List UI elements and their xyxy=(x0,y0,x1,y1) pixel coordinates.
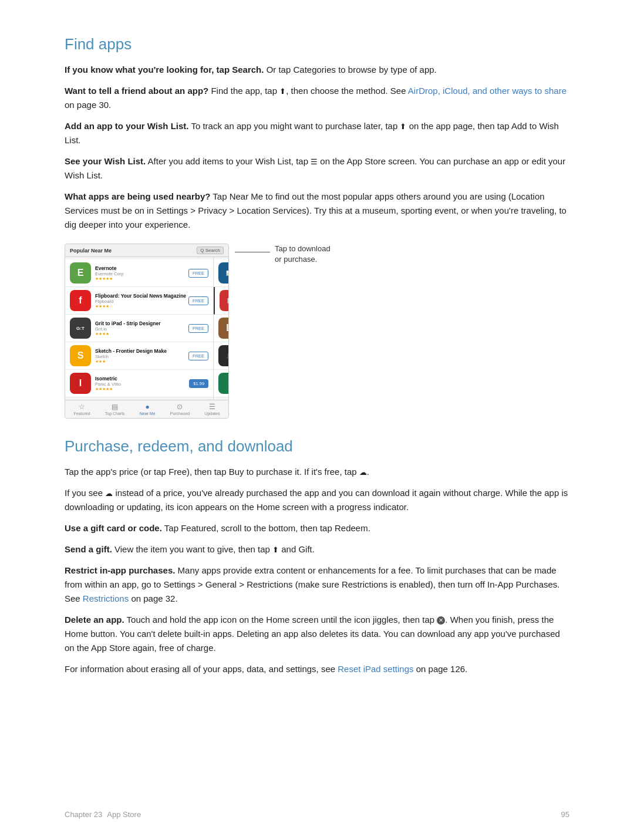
screen-header: Popular Near Me Q Search xyxy=(65,244,228,257)
table-row: S Sketch - Frontier Design Make Sketch ★… xyxy=(65,342,213,370)
purchase-para-2-text: If you see ☁ instead of a price, you've … xyxy=(65,488,568,512)
tab-top-charts-label: Top Charts xyxy=(105,411,125,416)
app-icon-ghosttouch: 🎵 xyxy=(218,345,229,366)
purchase-para-3: Use a gift card or code. Tap Featured, s… xyxy=(65,521,569,535)
list-icon: ☰ xyxy=(311,156,318,168)
app-info-grit: Grit to iPad - Strip Designer Grit.io ★★… xyxy=(95,321,186,336)
find-para-2-bold: Want to tell a friend about an app? xyxy=(65,86,208,96)
purchase-para-3-rest: Tap Featured, scroll to the bottom, then… xyxy=(164,523,370,533)
table-row: 🎵 Cook - The World's Best Reels Trust Ar… xyxy=(214,370,229,397)
footer-app-store: App Store xyxy=(107,810,141,819)
find-para-1-rest: Or tap Categories to browse by type of a… xyxy=(267,65,437,75)
find-para-2-rest3: on page 30. xyxy=(65,100,111,110)
app-price-grit[interactable]: FREE xyxy=(188,324,208,333)
reset-ipad-link[interactable]: Reset iPad settings xyxy=(338,664,413,674)
purchase-para-4: Send a gift. View the item you want to g… xyxy=(65,542,569,556)
icloud-icon: ☁ xyxy=(359,467,367,479)
purchase-para-6: Delete an app. Touch and hold the app ic… xyxy=(65,613,569,655)
find-para-4: See your Wish List. After you add items … xyxy=(65,154,569,183)
app-name-sketch: Sketch - Frontier Design Make xyxy=(95,348,186,354)
share-icon-3: ⬆ xyxy=(272,544,279,556)
purchase-para-3-bold: Use a gift card or code. xyxy=(65,523,162,533)
share-icon: ⬆ xyxy=(279,86,286,98)
screen-content: E Evernote Evernote Corp ★★★★★ FREE f xyxy=(65,257,228,400)
find-para-5-bold: What apps are being used nearby? xyxy=(65,191,210,201)
tab-updates-label: Updates xyxy=(204,411,220,416)
table-row: 📊 Personal Capital Money Personal Capita… xyxy=(214,259,229,287)
tab-featured[interactable]: ☆ Featured xyxy=(74,403,90,416)
app-info-flipboard: Flipboard: Your Social News Magazine Fli… xyxy=(95,293,186,309)
find-apps-body: If you know what you're looking for, tap… xyxy=(65,63,569,419)
ipad-screen: Popular Near Me Q Search E Evernote Ever… xyxy=(65,244,229,419)
app-maker-isometric: Panic & Vlitio xyxy=(95,382,187,387)
tab-near-me[interactable]: ● Near Me xyxy=(140,403,156,416)
app-price-sketch[interactable]: FREE xyxy=(188,352,208,360)
table-row: L Letterpress – Word Game Atebits ★★★★☆ … xyxy=(214,315,229,342)
purchase-para-4-rest: View the item you want to give, then tap… xyxy=(114,544,315,554)
purchased-icon: ⊙ xyxy=(177,403,183,411)
footer-chapter: Chapter 23 xyxy=(65,810,102,819)
app-icon-status: 📊 xyxy=(220,290,229,311)
screen-header-title: Popular Near Me xyxy=(70,248,112,254)
callout-container: Tap to downloador purchase. xyxy=(235,244,331,265)
tab-purchased[interactable]: ⊙ Purchased xyxy=(170,403,190,416)
app-maker-evernote: Evernote Corp xyxy=(95,271,186,276)
app-price-evernote[interactable]: FREE xyxy=(188,269,208,278)
find-para-3-bold: Add an app to your Wish List. xyxy=(65,121,189,131)
purchase-para-6-rest: Touch and hold the app icon on the Home … xyxy=(65,615,560,653)
purchase-para-1-text: Tap the app's price (or tap Free), then … xyxy=(65,467,369,477)
find-para-1-bold: If you know what you're looking for, tap… xyxy=(65,65,264,75)
app-maker-sketch: Sketch xyxy=(95,354,186,359)
screen-search-btn[interactable]: Q Search xyxy=(197,247,224,254)
app-name-evernote: Evernote xyxy=(95,265,186,271)
restrictions-link[interactable]: Restrictions xyxy=(83,593,129,603)
app-price-isometric[interactable]: $1.99 xyxy=(189,379,208,388)
section-find-apps: Find apps If you know what you're lookin… xyxy=(65,35,569,419)
footer-page-number: 95 xyxy=(561,810,569,819)
app-icon-evernote: E xyxy=(70,262,91,284)
purchase-para-7-text: For information about erasing all of you… xyxy=(65,664,338,674)
app-name-isometric: Isometric xyxy=(95,376,187,382)
tab-purchased-label: Purchased xyxy=(170,411,190,416)
app-stars-flipboard: ★★★★☆ xyxy=(95,304,186,309)
delete-icon: ✕ xyxy=(437,616,445,625)
left-app-list: E Evernote Evernote Corp ★★★★★ FREE f xyxy=(65,257,214,400)
purchase-para-6-bold: Delete an app. xyxy=(65,615,124,625)
app-info-isometric: Isometric Panic & Vlitio ★★★★★ xyxy=(95,376,187,392)
tab-near-me-label: Near Me xyxy=(140,411,156,416)
app-price-flipboard[interactable]: FREE xyxy=(188,296,208,305)
tab-top-charts[interactable]: ▤ Top Charts xyxy=(105,403,125,416)
app-screen-container: Popular Near Me Q Search E Evernote Ever… xyxy=(65,244,569,419)
table-row: G:T Grit to iPad - Strip Designer Grit.i… xyxy=(65,315,213,342)
icloud-icon-2: ☁ xyxy=(105,488,113,500)
share-icon-2: ⬆ xyxy=(400,121,406,133)
app-icon-sketch: S xyxy=(70,345,91,366)
find-para-3: Add an app to your Wish List. To track a… xyxy=(65,119,569,147)
footer-left: Chapter 23 App Store xyxy=(65,810,141,819)
purchase-para-5-rest2: on page 32. xyxy=(131,593,177,603)
featured-icon: ☆ xyxy=(79,403,85,411)
near-me-icon: ● xyxy=(146,403,150,411)
table-row: E Evernote Evernote Corp ★★★★★ FREE xyxy=(65,259,213,287)
right-app-list: 📊 Personal Capital Money Personal Capita… xyxy=(214,257,229,400)
purchase-para-4-bold: Send a gift. xyxy=(65,544,112,554)
app-info-evernote: Evernote Evernote Corp ★★★★★ xyxy=(95,265,186,281)
purchase-para-7: For information about erasing all of you… xyxy=(65,662,569,676)
app-icon-grit: G:T xyxy=(70,318,91,339)
tab-updates[interactable]: ☰ Updates xyxy=(204,403,220,416)
purchase-para-5-bold: Restrict in-app purchases. xyxy=(65,565,175,575)
purchase-para-5: Restrict in-app purchases. Many apps pro… xyxy=(65,564,569,606)
app-name-grit: Grit to iPad - Strip Designer xyxy=(95,321,186,326)
find-para-1: If you know what you're looking for, tap… xyxy=(65,63,569,77)
app-maker-flipboard: Flipboard xyxy=(95,299,186,304)
app-stars-evernote: ★★★★★ xyxy=(95,276,186,281)
table-row: I Isometric Panic & Vlitio ★★★★★ $1.99 xyxy=(65,370,213,397)
purchase-title: Purchase, redeem, and download xyxy=(65,437,569,456)
table-row: 🎵 GhostTouch Fireworks ★★★★ ⊙ xyxy=(214,342,229,370)
airdrop-link[interactable]: AirDrop, iCloud, and other ways to share xyxy=(408,86,566,96)
page-content: Find apps If you know what you're lookin… xyxy=(0,0,634,742)
app-icon-flipboard: f xyxy=(70,290,91,311)
purchase-para-2: If you see ☁ instead of a price, you've … xyxy=(65,486,569,514)
app-stars-grit: ★★★★ xyxy=(95,332,186,336)
purchase-para-7-text2: on page 126. xyxy=(416,664,468,674)
